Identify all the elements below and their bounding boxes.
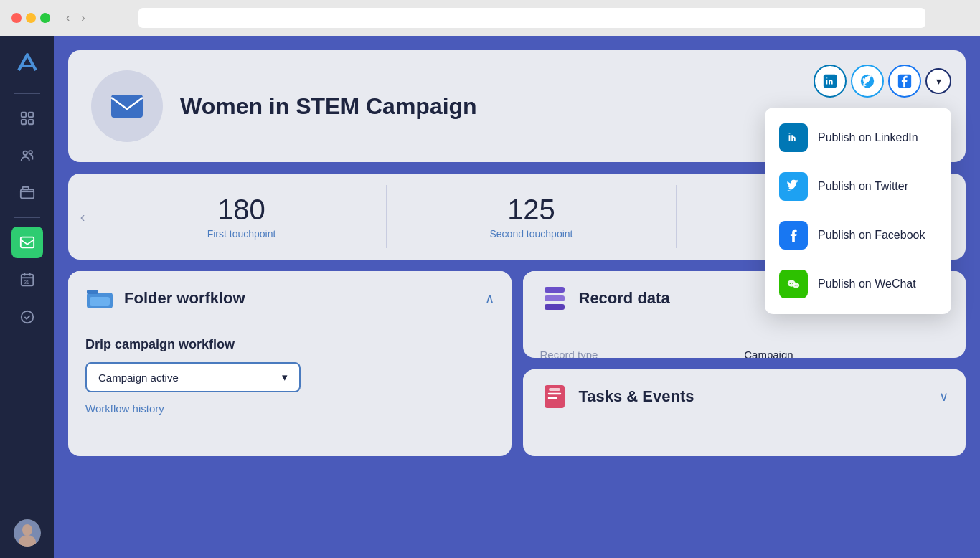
stat-number-second: 125: [398, 194, 664, 225]
sidebar: 31: [0, 36, 54, 558]
svg-rect-7: [22, 187, 28, 190]
app-container: 31: [0, 36, 980, 558]
avatar[interactable]: [14, 519, 41, 547]
stat-number-first: 180: [108, 194, 374, 225]
email-icon: [108, 88, 146, 125]
publish-facebook-label: Publish on Facebook: [818, 229, 925, 242]
record-value: Campaign: [744, 349, 948, 358]
tasks-events-header-left: Tasks & Events: [540, 382, 694, 411]
traffic-light-red[interactable]: [11, 13, 22, 23]
stat-label-first: First touchpoint: [108, 228, 374, 240]
svg-rect-30: [545, 304, 565, 310]
svg-point-5: [29, 151, 32, 154]
share-dropdown: Publish on LinkedIn Publish on Twitter: [765, 108, 951, 314]
nav-forward-button[interactable]: ›: [77, 10, 89, 26]
tasks-events-header: Tasks & Events ∨: [523, 369, 966, 424]
title-bar: ‹ ›: [0, 0, 980, 36]
folder-workflow-panel: Folder worfklow ∧ Drip campaign workflow…: [68, 271, 512, 456]
workflow-dropdown[interactable]: Campaign active ▾: [85, 362, 301, 392]
linkedin-share-button[interactable]: [814, 65, 847, 98]
tasks-events-icon: [540, 382, 569, 411]
svg-rect-29: [545, 295, 565, 301]
sidebar-item-contacts[interactable]: [11, 140, 43, 171]
svg-point-4: [23, 151, 27, 156]
twitter-dropdown-icon: [779, 172, 808, 201]
publish-linkedin-label: Publish on LinkedIn: [818, 131, 918, 144]
tasks-events-chevron[interactable]: ∨: [939, 389, 948, 405]
folder-workflow-chevron[interactable]: ∧: [485, 290, 494, 306]
address-bar[interactable]: [138, 8, 925, 28]
svg-rect-2: [21, 120, 25, 124]
publish-twitter-label: Publish on Twitter: [818, 180, 908, 193]
svg-point-13: [22, 524, 32, 536]
publish-wechat-item[interactable]: Publish on WeChat: [765, 260, 951, 308]
svg-point-23: [795, 285, 796, 285]
main-content: Women in STEM Campaign: [54, 36, 980, 558]
nav-back-button[interactable]: ‹: [62, 10, 74, 26]
workflow-dropdown-value: Campaign active: [98, 372, 179, 384]
campaign-title: Women in STEM Campaign: [180, 93, 477, 120]
social-share-bar: ▾: [814, 65, 951, 98]
folder-workflow-body: Drip campaign workflow Campaign active ▾…: [68, 326, 512, 432]
publish-facebook-item[interactable]: Publish on Facebook: [765, 211, 951, 260]
publish-wechat-label: Publish on WeChat: [818, 278, 916, 290]
twitter-share-button[interactable]: [851, 65, 884, 98]
svg-rect-3: [28, 120, 32, 124]
stat-item-second-touchpoint: 125 Second touchpoint: [387, 185, 677, 248]
svg-rect-1: [28, 113, 32, 117]
svg-rect-8: [20, 237, 33, 248]
facebook-share-button[interactable]: [888, 65, 921, 98]
svg-rect-26: [87, 290, 98, 294]
svg-rect-6: [20, 189, 33, 198]
folder-workflow-icon: [85, 284, 114, 313]
sidebar-item-dashboard[interactable]: [11, 103, 43, 134]
folder-workflow-title: Folder worfklow: [124, 289, 245, 308]
publish-linkedin-item[interactable]: Publish on LinkedIn: [765, 113, 951, 162]
svg-point-22: [793, 283, 799, 288]
svg-point-11: [21, 311, 33, 323]
svg-rect-15: [111, 95, 143, 118]
sidebar-divider-mid: [14, 217, 40, 218]
folder-workflow-header-left: Folder worfklow: [85, 284, 245, 313]
facebook-dropdown-icon: [779, 221, 808, 250]
workflow-label: Drip campaign workflow: [85, 337, 494, 352]
record-data-icon: [540, 284, 569, 313]
folder-workflow-header: Folder worfklow ∧: [68, 271, 512, 326]
record-key: Record type: [540, 349, 745, 358]
linkedin-dropdown-icon: [779, 123, 808, 152]
publish-twitter-item[interactable]: Publish on Twitter: [765, 162, 951, 211]
svg-point-24: [796, 285, 797, 285]
share-dropdown-button[interactable]: ▾: [925, 68, 951, 94]
svg-rect-27: [90, 297, 110, 306]
sidebar-item-calendar[interactable]: 31: [11, 264, 43, 295]
svg-point-20: [790, 283, 791, 284]
svg-rect-28: [545, 287, 565, 293]
svg-rect-0: [21, 113, 25, 117]
tasks-events-panel: Tasks & Events ∨: [523, 369, 966, 456]
sidebar-item-tasks[interactable]: [11, 301, 43, 333]
svg-rect-32: [549, 388, 560, 391]
sidebar-bottom: [14, 519, 41, 547]
sidebar-divider-top: [14, 93, 40, 94]
record-data-title: Record data: [579, 289, 670, 308]
stat-item-first-touchpoint: 180 First touchpoint: [97, 185, 387, 248]
workflow-history-link[interactable]: Workflow history: [85, 402, 494, 415]
svg-text:31: 31: [24, 280, 29, 285]
campaign-card: Women in STEM Campaign: [68, 50, 966, 162]
record-data-header-left: Record data: [540, 284, 670, 313]
stats-nav-prev[interactable]: ‹: [68, 209, 97, 225]
wechat-dropdown-icon: [779, 270, 808, 298]
record-row: Record type Campaign: [540, 337, 949, 358]
traffic-light-yellow[interactable]: [26, 13, 36, 23]
sidebar-item-email[interactable]: [11, 227, 43, 258]
traffic-light-green[interactable]: [40, 13, 50, 23]
tasks-events-title: Tasks & Events: [579, 387, 694, 406]
chevron-down-icon: ▾: [282, 371, 288, 384]
app-logo[interactable]: [11, 47, 43, 79]
svg-point-21: [792, 283, 793, 284]
sidebar-item-folders[interactable]: [11, 177, 43, 209]
record-data-body: Record type Campaign: [523, 326, 966, 358]
campaign-icon-wrap: [91, 70, 163, 142]
stat-label-second: Second touchpoint: [398, 228, 664, 240]
